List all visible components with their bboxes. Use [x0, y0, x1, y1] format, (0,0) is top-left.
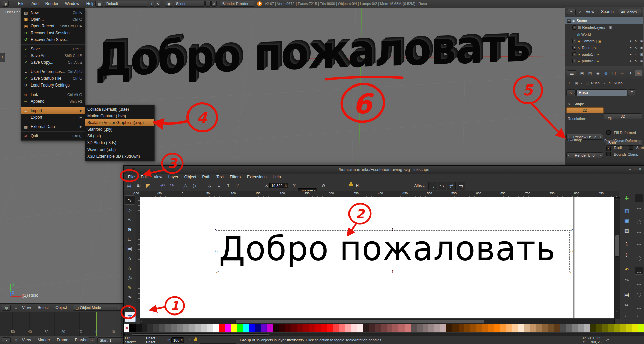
palette-swatch[interactable]: [321, 324, 327, 332]
file-menu-item[interactable]: ▣Open Recent...Shift Ctrl O▶: [21, 23, 85, 30]
toolbar-expand-tab[interactable]: +: [0, 53, 5, 62]
palette-swatch[interactable]: [392, 324, 398, 332]
snap-option-icon[interactable]: [635, 242, 643, 250]
inkscape-titlebar[interactable]: ▲ /home/ebarranko/Escritorio/drawing.svg…: [124, 166, 644, 174]
selection-handle-s[interactable]: ↕: [391, 269, 394, 274]
palette-swatch[interactable]: [207, 324, 213, 332]
shape-panel-title[interactable]: Shape: [573, 102, 584, 106]
palette-swatch[interactable]: [195, 324, 201, 332]
lower-icon[interactable]: ↧: [215, 182, 223, 190]
tweak-tool-icon[interactable]: ∿: [125, 215, 135, 224]
palette-swatch[interactable]: [620, 324, 626, 332]
layout-selector[interactable]: Default: [104, 1, 148, 7]
renderability-icon[interactable]: ▣: [640, 53, 643, 56]
palette-swatch[interactable]: [219, 324, 225, 332]
zoom-tool-icon[interactable]: ⊕: [125, 225, 135, 234]
selection-handle-w[interactable]: ↔: [214, 248, 219, 253]
ellipse-tool-icon[interactable]: ○: [125, 254, 135, 263]
file-menu-item[interactable]: ↺Recover Last Session: [21, 30, 85, 36]
palette-swatch[interactable]: [339, 324, 345, 332]
scene-add-button[interactable]: +: [205, 1, 211, 7]
palette-swatch[interactable]: [578, 324, 584, 332]
blender-menu-item[interactable]: Render: [42, 0, 62, 7]
scroll-down-icon[interactable]: ⌄: [616, 314, 619, 318]
palette-swatch[interactable]: [171, 324, 177, 332]
selectability-icon[interactable]: ↖: [635, 59, 637, 63]
toolbox-overflow-icon[interactable]: ›: [128, 319, 129, 323]
outliner-search-menu[interactable]: Search: [598, 8, 617, 15]
palette-swatch[interactable]: [572, 324, 578, 332]
raise-to-top-icon[interactable]: ⇧: [234, 182, 242, 190]
palette-swatch[interactable]: [255, 324, 261, 332]
scene-selector[interactable]: Scene: [174, 1, 205, 7]
palette-swatch[interactable]: [470, 324, 476, 332]
timeline-menu-item[interactable]: Frame: [53, 336, 72, 344]
file-menu-item[interactable]: ▦External Data▶: [21, 123, 85, 130]
snap-option-icon[interactable]: [635, 254, 643, 263]
frame-start-field[interactable]: Start: 1: [97, 337, 123, 343]
dim-2d-button[interactable]: 2D: [566, 107, 604, 113]
blender-menu-item[interactable]: Add: [28, 0, 42, 7]
collapse-icon[interactable]: ⊖: [15, 338, 17, 342]
lock-ratio-icon[interactable]: [349, 184, 353, 186]
inkscape-menu-item[interactable]: Layer: [165, 174, 181, 180]
selectability-icon[interactable]: ↖: [635, 53, 637, 56]
file-menu-item[interactable]: ▤NewCtrl N: [21, 9, 85, 16]
layout-close-button[interactable]: ✕: [155, 1, 160, 7]
palette-swatch[interactable]: [608, 324, 614, 332]
panel-collapse-icon[interactable]: ▼: [568, 103, 571, 106]
inkscape-menu-item[interactable]: Text: [213, 174, 227, 180]
editor-type-icon[interactable]: ◍: [2, 305, 11, 311]
palette-swatch[interactable]: [423, 324, 429, 332]
horizontal-scrollbar[interactable]: ‹ ›: [140, 319, 615, 324]
file-menu-item[interactable]: ↺Load Factory Settings: [21, 82, 85, 89]
fake-user-button[interactable]: F: [628, 89, 635, 96]
layer-lock-icon[interactable]: [194, 339, 197, 341]
close-icon[interactable]: ✕: [639, 167, 642, 171]
outliner-row[interactable]: +∿Ruso|∿●↖▣: [565, 44, 644, 51]
file-menu-item[interactable]: ✓Save Copy...Ctrl Alt S: [21, 59, 85, 66]
palette-swatch[interactable]: [554, 324, 560, 332]
snap-option-icon[interactable]: [635, 206, 643, 214]
visibility-icon[interactable]: ●: [630, 53, 632, 56]
palette-scroll-thumb[interactable]: [132, 333, 269, 336]
palette-swatch[interactable]: [548, 324, 554, 332]
bounds-clamp-checkbox[interactable]: [606, 152, 611, 156]
palette-swatch[interactable]: [142, 324, 148, 332]
stretch-checkbox[interactable]: [629, 145, 633, 150]
horizontal-ruler[interactable]: -100-50050100150200250300350400450500550…: [136, 191, 619, 198]
properties-tab-icon[interactable]: ◍: [602, 70, 610, 76]
palette-swatch[interactable]: [512, 324, 518, 332]
stepper-right-icon[interactable]: ▸: [600, 135, 602, 138]
inkscape-menu-item[interactable]: Extensions: [244, 174, 270, 180]
properties-type-icon[interactable]: ▬: [567, 70, 576, 76]
radius-checkbox[interactable]: ✓: [606, 147, 611, 151]
palette-swatch[interactable]: [590, 324, 596, 332]
palette-swatch[interactable]: [369, 324, 375, 332]
snap-option-icon[interactable]: [635, 230, 643, 238]
palette-swatch[interactable]: [249, 324, 255, 332]
layer-visibility-icon[interactable]: ◔: [188, 338, 191, 342]
horizontal-scroll-thumb[interactable]: [235, 320, 484, 323]
file-menu-item[interactable]: ∞AppendShift F1: [21, 98, 85, 105]
outliner-row[interactable]: +✶punto1|✶●↖▣: [565, 51, 644, 58]
file-menu-item[interactable]: ←Import▶: [21, 107, 85, 114]
outliner-view-menu[interactable]: View: [582, 8, 598, 15]
id-type-icon[interactable]: ∿: [566, 89, 576, 96]
palette-swatch[interactable]: [476, 324, 482, 332]
commands-overflow-icon[interactable]: ›: [625, 314, 626, 318]
opacity-field[interactable]: 100⇅: [171, 337, 184, 343]
vertical-scroll-thumb[interactable]: [615, 235, 619, 257]
x-field[interactable]: 19,822⇅: [269, 183, 288, 188]
palette-swatch[interactable]: [363, 324, 369, 332]
spiral-tool-icon[interactable]: ◎: [125, 273, 135, 282]
selectability-icon[interactable]: ↖: [635, 46, 637, 49]
palette-swatch[interactable]: [494, 324, 500, 332]
file-menu-item[interactable]: ✓SaveCtrl S: [21, 46, 85, 52]
outliner-row[interactable]: +✶punto2|✶●↖▣: [565, 58, 644, 64]
palette-swatch[interactable]: [381, 324, 387, 332]
snap-option-icon[interactable]: [635, 218, 643, 226]
timeline-menu-item[interactable]: View: [19, 336, 34, 344]
inkscape-menu-item[interactable]: Filters: [227, 174, 244, 180]
affect-move-icon[interactable]: →: [428, 182, 437, 190]
